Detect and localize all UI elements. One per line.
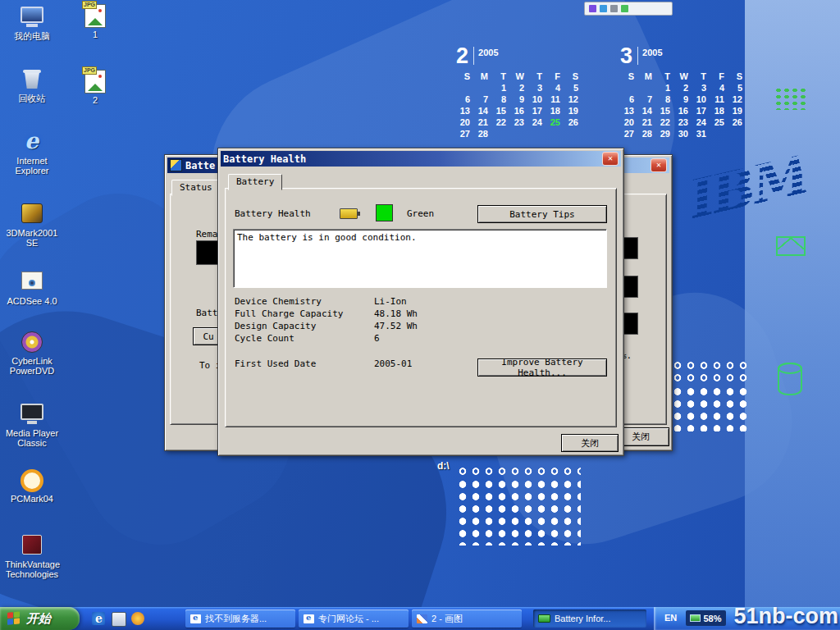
calendar-day: 7 bbox=[474, 94, 492, 105]
start-button[interactable]: 开始 bbox=[0, 607, 80, 630]
close-dialog-button[interactable]: 关闭 bbox=[561, 434, 619, 452]
calendar-day: 4 bbox=[710, 82, 728, 94]
desktop-icon-my-computer[interactable]: 我的电脑 bbox=[5, 5, 59, 41]
calendar-day bbox=[710, 128, 728, 139]
icon-label: PCMark04 bbox=[5, 494, 59, 504]
desktop-icon-thinkvantage[interactable]: ThinkVantage Technologies bbox=[5, 533, 59, 579]
desktop-icon-recycle-bin[interactable]: 回收站 bbox=[5, 69, 59, 103]
calendar-day: 5 bbox=[728, 82, 746, 94]
desktop-icon-pcmark04[interactable]: PCMark04 bbox=[5, 468, 59, 504]
field-label: Design Capacity bbox=[235, 321, 316, 331]
status-toolbar[interactable] bbox=[584, 2, 673, 16]
display-icon[interactable] bbox=[600, 5, 607, 12]
icon-label: 3DMark2001 SE bbox=[5, 228, 59, 248]
taskbar-task-server-not-found[interactable]: 找不到服务器... bbox=[185, 609, 295, 628]
desktop-file-1[interactable]: JPG 1 bbox=[75, 4, 115, 39]
calendar-day: 11 bbox=[710, 94, 728, 105]
ibm-logo: IBM bbox=[678, 145, 809, 232]
calendar-month-header: 2 2005 bbox=[456, 44, 582, 69]
calendar-day: 6 bbox=[620, 94, 638, 105]
paint-icon bbox=[417, 614, 427, 623]
calendar-day: 8 bbox=[656, 94, 674, 105]
battery-indicator-icon[interactable] bbox=[621, 5, 628, 12]
desktop-file-2[interactable]: JPG 2 bbox=[75, 70, 115, 105]
tab-page-frame bbox=[225, 188, 617, 427]
calendar-day bbox=[456, 82, 474, 94]
calendar-day: 16 bbox=[510, 105, 528, 116]
tab-battery[interactable]: Battery bbox=[228, 174, 282, 190]
quicklaunch-show-desktop-icon[interactable] bbox=[112, 612, 126, 627]
calendar-day bbox=[546, 128, 564, 139]
close-button[interactable]: ✕ bbox=[651, 158, 667, 172]
calendar-divider bbox=[473, 47, 474, 65]
calendar-day: 31 bbox=[692, 128, 710, 139]
calendar-weekday: T bbox=[692, 71, 710, 82]
icon-label: CyberLink PowerDVD bbox=[5, 356, 59, 376]
calendar-day: 27 bbox=[456, 128, 474, 139]
window-title: Batte bbox=[185, 160, 215, 171]
calendar-day: 25 bbox=[710, 116, 728, 128]
media-player-classic-icon bbox=[19, 404, 45, 427]
ie-page-icon bbox=[190, 614, 201, 623]
calendar-grid: SMTWTFS123456789101112131415161718192021… bbox=[620, 71, 746, 139]
calendar-day bbox=[474, 82, 492, 94]
calendar-month-number: 3 bbox=[620, 44, 632, 67]
volume-icon[interactable] bbox=[589, 5, 596, 12]
start-label: 开始 bbox=[26, 611, 51, 627]
field-label: Device Chemistry bbox=[235, 296, 322, 307]
calendar-weekday: W bbox=[674, 71, 692, 82]
health-status-color-swatch bbox=[376, 204, 393, 221]
calendar-day: 10 bbox=[692, 94, 710, 105]
calendar-weekday: T bbox=[656, 71, 674, 82]
calendar-day: 5 bbox=[564, 82, 582, 94]
icon-label: ThinkVantage Technologies bbox=[5, 559, 59, 579]
dialog-titlebar[interactable]: Battery Health ✕ bbox=[221, 151, 621, 167]
acdsee-icon bbox=[19, 272, 45, 294]
taskbar-task-paint[interactable]: 2 - 画图 bbox=[412, 609, 522, 628]
desktop-icon-acdsee[interactable]: ACDSee 4.0 bbox=[5, 269, 59, 306]
quicklaunch-media-icon[interactable] bbox=[131, 612, 144, 625]
close-button[interactable]: ✕ bbox=[602, 152, 619, 166]
battery-tips-button[interactable]: Battery Tips bbox=[477, 205, 607, 223]
calendar-day bbox=[528, 128, 546, 139]
calendar-day: 11 bbox=[546, 94, 564, 105]
jpg-badge: JPG bbox=[82, 66, 97, 75]
task-label: 找不到服务器... bbox=[205, 613, 267, 625]
field-value: 47.52 Wh bbox=[374, 321, 418, 331]
keyboard-icon[interactable] bbox=[610, 5, 618, 12]
calendar-day: 26 bbox=[728, 116, 746, 128]
file-label: 2 bbox=[75, 95, 115, 105]
drive-label: d:\ bbox=[437, 460, 450, 472]
calendar-day: 1 bbox=[492, 82, 510, 94]
jpg-badge: JPG bbox=[82, 1, 97, 9]
calendar-day: 3 bbox=[528, 82, 546, 94]
improve-battery-health-button[interactable]: Improve Battery Health... bbox=[477, 358, 607, 377]
calendar-day: 6 bbox=[456, 94, 474, 105]
first-used-value: 2005-01 bbox=[374, 358, 412, 369]
window-icon bbox=[170, 159, 182, 171]
thinkvantage-icon bbox=[19, 535, 45, 558]
calendar-day bbox=[564, 128, 582, 139]
calendar-march: 3 2005 SMTWTFS12345678910111213141516171… bbox=[620, 44, 746, 139]
condition-textbox[interactable]: The battery is in good condition. bbox=[233, 229, 607, 288]
tray-battery-indicator[interactable]: 58% bbox=[686, 610, 726, 626]
calendar-day: 12 bbox=[728, 94, 746, 105]
quicklaunch-ie-icon[interactable] bbox=[92, 612, 105, 625]
desktop-icon-powerdvd[interactable]: CyberLink PowerDVD bbox=[5, 331, 59, 376]
calendar-day: 17 bbox=[692, 105, 710, 116]
internet-explorer-icon bbox=[19, 131, 45, 154]
battery-icon bbox=[340, 208, 358, 219]
calendar-day: 2 bbox=[510, 82, 528, 94]
pcmark-icon bbox=[19, 469, 45, 492]
tab-status[interactable]: Status bbox=[171, 180, 221, 196]
task-label: Battery Infor... bbox=[555, 614, 610, 623]
language-indicator[interactable]: EN bbox=[664, 613, 677, 623]
desktop-icon-media-player-classic[interactable]: Media Player Classic bbox=[5, 402, 59, 448]
calendar-day: 21 bbox=[474, 116, 492, 128]
taskbar-task-forum[interactable]: 专门网论坛 - ... bbox=[299, 609, 409, 628]
desktop-icon-3dmark2001[interactable]: 3DMark2001 SE bbox=[5, 202, 59, 248]
calendar-day: 13 bbox=[456, 105, 474, 116]
calendar-weekday: M bbox=[474, 71, 492, 82]
desktop-icon-internet-explorer[interactable]: Internet Explorer bbox=[5, 131, 59, 176]
taskbar-task-battery-information[interactable]: Battery Infor... bbox=[533, 609, 646, 628]
